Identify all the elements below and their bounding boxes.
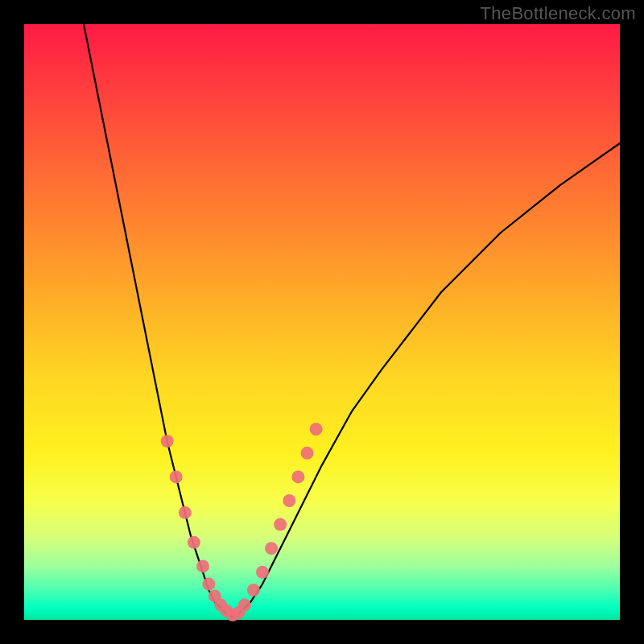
highlight-markers — [161, 423, 323, 621]
plot-area — [24, 24, 620, 620]
marker-dot — [291, 470, 304, 483]
marker-dot — [202, 578, 215, 591]
curve-left-branch — [84, 24, 233, 617]
watermark-text: TheBottleneck.com — [481, 3, 636, 24]
marker-dot — [170, 470, 183, 483]
marker-dot — [283, 494, 295, 507]
marker-dot — [161, 435, 174, 448]
marker-dot — [310, 423, 323, 436]
bottleneck-curve — [84, 24, 620, 617]
marker-dot — [256, 566, 269, 579]
marker-dot — [265, 542, 278, 555]
marker-dot — [196, 559, 209, 572]
marker-dot — [274, 518, 287, 531]
marker-dot — [247, 584, 260, 597]
curve-layer — [24, 24, 620, 620]
marker-dot — [188, 536, 200, 549]
curve-right-branch — [233, 143, 620, 617]
marker-dot — [238, 599, 251, 612]
marker-dot — [179, 506, 192, 519]
chart-container: TheBottleneck.com — [0, 0, 644, 644]
marker-dot — [301, 447, 314, 460]
